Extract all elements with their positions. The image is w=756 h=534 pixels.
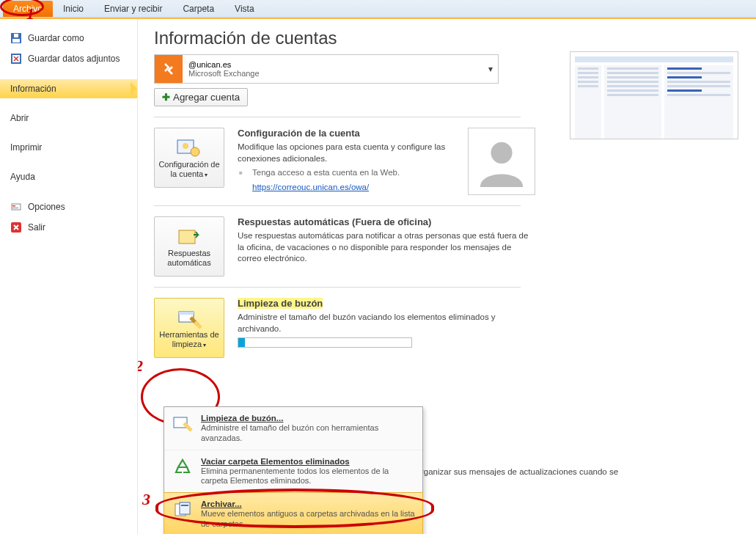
- exchange-icon: [155, 55, 183, 83]
- svg-rect-6: [12, 205, 15, 207]
- ribbon: Archivo Inicio Enviar y recibir Carpeta …: [0, 0, 756, 18]
- nav-open[interactable]: Abrir: [0, 109, 137, 128]
- file-menu: Guardar como Guardar datos adjuntos Info…: [0, 19, 138, 534]
- tab-inicio[interactable]: Inicio: [53, 1, 94, 17]
- section-cleanup: Herramientas de limpieza ▾ Limpieza de b…: [154, 298, 535, 358]
- section-account-config: Configuración de la cuenta ▾ Configuraci…: [154, 128, 535, 195]
- nav-save-as[interactable]: Guardar como: [0, 28, 137, 48]
- owa-link[interactable]: https://correouc.unican.es/owa/: [252, 183, 369, 191]
- svg-rect-2: [14, 34, 18, 37]
- account-type: Microsoft Exchange: [188, 69, 477, 78]
- menu-title: Vaciar carpeta Elementos eliminados: [201, 457, 350, 466]
- tab-enviar[interactable]: Enviar y recibir: [94, 1, 172, 17]
- section-text: Use respuestas automáticas para notifica…: [238, 230, 535, 265]
- mailbox-usage-bar: [238, 337, 412, 348]
- section-auto-replies: Respuestas automáticas Respuestas automá…: [154, 216, 535, 277]
- avatar: [468, 128, 535, 195]
- svg-rect-9: [160, 60, 177, 78]
- cleanup-tools-button[interactable]: Herramientas de limpieza ▾: [154, 298, 224, 358]
- save-icon: [10, 32, 22, 44]
- tab-carpeta[interactable]: Carpeta: [172, 1, 224, 17]
- nav-label: Guardar datos adjuntos: [28, 54, 120, 64]
- nav-print[interactable]: Imprimir: [0, 138, 137, 157]
- cleanup-dropdown: Limpieza de buzón... Administre el tamañ…: [164, 406, 423, 534]
- svg-point-11: [183, 143, 188, 149]
- nav-label: Opciones: [28, 202, 65, 212]
- section-text: Modifique las opciones para esta cuenta …: [238, 142, 452, 164]
- svg-rect-19: [180, 502, 190, 514]
- menu-empty-deleted[interactable]: Vaciar carpeta Elementos eliminados Elim…: [164, 450, 422, 494]
- nav-label: Salir: [28, 222, 45, 233]
- section-text: Administre el tamaño del buzón vaciando …: [238, 312, 535, 334]
- nav-label: Imprimir: [10, 142, 42, 153]
- account-settings-icon: [176, 136, 202, 160]
- menu-desc: Elimina permanentemente todos los elemen…: [201, 467, 415, 487]
- section-heading: Respuestas automáticas (Fuera de oficina…: [238, 216, 535, 227]
- chevron-down-icon[interactable]: ▾: [483, 64, 498, 74]
- archive-icon: [172, 499, 194, 521]
- svg-rect-16: [179, 312, 194, 315]
- nav-label: Abrir: [10, 113, 29, 123]
- svg-rect-20: [181, 505, 188, 506]
- add-account-label: Agregar cuenta: [173, 92, 240, 103]
- svg-point-13: [491, 142, 512, 164]
- nav-label: Ayuda: [10, 172, 35, 182]
- cleanup-icon: [172, 413, 194, 435]
- account-email: @unican.es: [188, 60, 477, 69]
- attachment-icon: [10, 53, 22, 65]
- recycle-icon: [172, 456, 194, 478]
- nav-save-attachments[interactable]: Guardar datos adjuntos: [0, 48, 137, 69]
- annotation-num-2: 2: [138, 356, 143, 376]
- nav-label: Guardar como: [28, 33, 84, 43]
- exit-icon: [10, 222, 22, 233]
- account-selector[interactable]: @unican.es Microsoft Exchange ▾: [154, 54, 499, 84]
- auto-replies-button[interactable]: Respuestas automáticas: [154, 216, 224, 277]
- section-heading: Limpieza de buzón: [238, 298, 535, 309]
- cleanup-icon: [176, 307, 202, 330]
- menu-desc: Administre el tamaño del buzón con herra…: [201, 423, 415, 444]
- page-title: Información de cuentas: [154, 28, 740, 48]
- add-account-button[interactable]: ✚ Agregar cuenta: [154, 88, 248, 106]
- svg-rect-1: [12, 39, 20, 43]
- plus-icon: ✚: [162, 92, 170, 103]
- options-icon: [10, 201, 22, 213]
- section-sub: Tenga acceso a esta cuenta en la Web.: [238, 167, 452, 179]
- nav-help[interactable]: Ayuda: [0, 167, 137, 186]
- menu-desc: Mueve elementos antiguos a carpetas arch…: [201, 509, 415, 530]
- menu-archive[interactable]: Archivar... Mueve elementos antiguos a c…: [164, 492, 423, 534]
- svg-rect-14: [179, 230, 195, 244]
- nav-information[interactable]: Información: [0, 79, 137, 98]
- menu-title: Limpieza de buzón...: [201, 414, 283, 423]
- menu-mailbox-cleanup[interactable]: Limpieza de buzón... Administre el tamañ…: [164, 407, 422, 450]
- nav-exit[interactable]: Salir: [0, 217, 137, 238]
- section-heading: Configuración de la cuenta: [238, 128, 452, 139]
- svg-rect-5: [12, 204, 21, 210]
- menu-title: Archivar...: [201, 500, 242, 508]
- tab-vista[interactable]: Vista: [224, 1, 264, 17]
- tab-archivo[interactable]: Archivo: [3, 1, 53, 17]
- auto-replies-icon: [176, 225, 202, 249]
- preview-thumbnail: [570, 51, 738, 139]
- rules-partial-text: en a organizar sus mensajes de actualiza…: [397, 467, 647, 478]
- account-settings-button[interactable]: Configuración de la cuenta ▾: [154, 128, 224, 188]
- svg-point-12: [191, 147, 199, 156]
- nav-label: Información: [10, 84, 56, 94]
- nav-options[interactable]: Opciones: [0, 197, 137, 217]
- svg-rect-7: [12, 208, 18, 208]
